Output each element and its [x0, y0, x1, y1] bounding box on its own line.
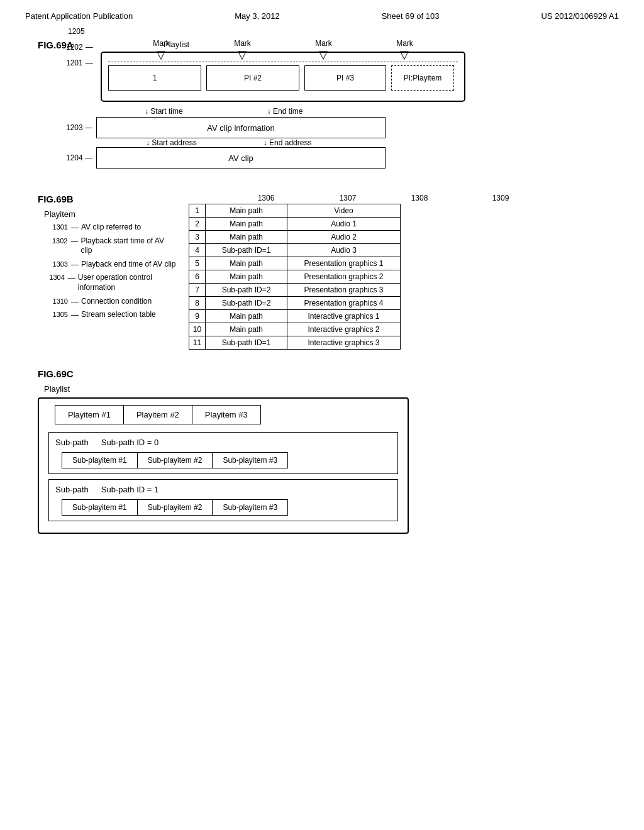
- stream-selection-table: 1Main pathVideo2Main pathAudio 13Main pa…: [189, 204, 401, 350]
- row-type: Presentation graphics 4: [287, 297, 401, 310]
- row-path: Sub-path ID=2: [206, 284, 287, 297]
- fig69c-playlist-label: Playlist: [44, 384, 606, 394]
- row-type: Presentation graphics 1: [287, 257, 401, 270]
- pf-ref-1302: 1302: [44, 236, 67, 245]
- subplayitem-1-2: Sub-playitem #3: [213, 499, 288, 516]
- playitem-fields: 1301—AV clip referred to1302—Playback st…: [44, 223, 176, 320]
- subpath-label-0: Sub-path: [55, 438, 89, 447]
- table-row: 9Main pathInteractive graphics 1: [189, 310, 401, 323]
- mark-4: Mark ▽: [396, 39, 413, 62]
- row-type: Interactive graphics 2: [287, 323, 401, 336]
- fig69b-left: FIG.69B Playitem 1301—AV clip referred t…: [38, 194, 176, 350]
- row-num: 6: [189, 270, 206, 284]
- row-num: 7: [189, 284, 206, 297]
- table-row: 7Sub-path ID=2Presentation graphics 3: [189, 284, 401, 297]
- av-clip-info-box: AV clip information: [96, 117, 386, 138]
- mark-2: Mark ▽: [234, 39, 251, 62]
- row-path: Main path: [206, 310, 287, 323]
- pf-arrow-1303: —: [71, 260, 79, 269]
- row-type: Presentation graphics 2: [287, 270, 401, 284]
- col-1306: 1306: [225, 194, 307, 202]
- mark-3: Mark ▽: [315, 39, 332, 62]
- table-row: 4Sub-path ID=1Audio 3: [189, 244, 401, 257]
- fig69c: FIG.69C Playlist Playitem #1 Playitem #2…: [38, 368, 606, 534]
- pi1-box: 1: [108, 65, 201, 91]
- table-row: 8Sub-path ID=2Presentation graphics 4: [189, 297, 401, 310]
- subpath-block-1: Sub-pathSub-path ID = 1Sub-playitem #1Su…: [48, 479, 398, 521]
- pf-row-1301: 1301—AV clip referred to: [44, 223, 176, 233]
- header-left: Patent Application Publication: [25, 11, 133, 21]
- content-area: FIG.69A Playlist Mark ▽ Mark ▽: [0, 27, 644, 546]
- table-row: 3Main pathAudio 2: [189, 231, 401, 244]
- pf-ref-1304: 1304: [44, 273, 65, 281]
- row-type: Audio 3: [287, 244, 401, 257]
- pf-ref-1303: 1303: [44, 260, 68, 268]
- fig69c-playlist-box: Playitem #1 Playitem #2 Playitem #3 Sub-…: [38, 397, 409, 534]
- ref-1204: 1204 —: [66, 153, 92, 162]
- subpath-block-0: Sub-pathSub-path ID = 0Sub-playitem #1Su…: [48, 432, 398, 474]
- playitem-1: Playitem #1: [55, 405, 124, 424]
- table-row: 11Sub-path ID=1Interactive graphics 3: [189, 336, 401, 350]
- subplayitem-0-0: Sub-playitem #1: [62, 452, 138, 468]
- subpath-blocks: Sub-pathSub-path ID = 0Sub-playitem #1Su…: [48, 432, 398, 521]
- page-header: Patent Application Publication May 3, 20…: [0, 0, 644, 27]
- pf-row-1302: 1302—Playback start time of AV clip: [44, 236, 176, 256]
- ref-1202: 1202—: [66, 43, 93, 52]
- subpath-header-1: Sub-pathSub-path ID = 1: [55, 485, 391, 494]
- subpath-id-label-0: Sub-path ID = 0: [101, 438, 158, 447]
- row-path: Main path: [206, 218, 287, 231]
- subplayitem-row-1: Sub-playitem #1Sub-playitem #2Sub-playit…: [62, 499, 391, 516]
- table-row: 5Main pathPresentation graphics 1: [189, 257, 401, 270]
- subplayitem-0-1: Sub-playitem #2: [138, 452, 213, 468]
- col-1309: 1309: [450, 194, 551, 202]
- row-num: 9: [189, 310, 206, 323]
- row-type: Interactive graphics 3: [287, 336, 401, 350]
- subplayitem-1-1: Sub-playitem #2: [138, 499, 213, 516]
- pf-label-1302: Playback start time of AV clip: [80, 236, 176, 256]
- row-path: Sub-path ID=1: [206, 336, 287, 350]
- pi-playitem-box: PI:Playitem: [391, 65, 454, 91]
- pf-row-1305: 1305—Stream selection table: [44, 310, 176, 320]
- pf-label-1303: Playback end time of AV clip: [81, 260, 176, 270]
- pf-ref-1310: 1310: [44, 297, 68, 305]
- row-type: Presentation graphics 3: [287, 284, 401, 297]
- pf-row-1310: 1310—Connection condition: [44, 297, 176, 307]
- row-num: 10: [189, 323, 206, 336]
- pf-label-1301: AV clip referred to: [81, 223, 141, 233]
- subplayitem-0-2: Sub-playitem #3: [213, 452, 288, 468]
- row-type: Audio 2: [287, 231, 401, 244]
- subplayitem-1-0: Sub-playitem #1: [62, 499, 138, 516]
- pf-arrow-1305: —: [71, 310, 79, 319]
- playitem-row: Playitem #1 Playitem #2 Playitem #3: [55, 405, 398, 424]
- subpath-label-1: Sub-path: [55, 485, 89, 494]
- pf-label-1310: Connection condition: [81, 297, 152, 307]
- row-path: Sub-path ID=1: [206, 244, 287, 257]
- stream-table: 1Main pathVideo2Main pathAudio 13Main pa…: [189, 204, 606, 350]
- pf-arrow-1310: —: [71, 297, 79, 306]
- table-row: 10Main pathInteractive graphics 2: [189, 323, 401, 336]
- row-type: Interactive graphics 1: [287, 310, 401, 323]
- row-num: 4: [189, 244, 206, 257]
- row-type: Video: [287, 204, 401, 218]
- fig69c-label: FIG.69C: [38, 368, 606, 379]
- pf-ref-1305: 1305: [44, 310, 68, 318]
- header-middle: May 3, 2012: [235, 11, 280, 21]
- end-addr-label: ↓ End address: [264, 138, 312, 147]
- subpath-id-label-1: Sub-path ID = 1: [101, 485, 158, 494]
- ref-1201: 1201—: [66, 58, 93, 67]
- pf-arrow-1304: —: [68, 273, 75, 282]
- pi3-box: PI #3: [304, 65, 386, 91]
- subplayitem-row-0: Sub-playitem #1Sub-playitem #2Sub-playit…: [62, 452, 391, 468]
- fig69a: FIG.69A Playlist Mark ▽ Mark ▽: [38, 40, 606, 169]
- row-num: 2: [189, 218, 206, 231]
- row-num: 5: [189, 257, 206, 270]
- row-path: Main path: [206, 270, 287, 284]
- fig69b-right: 1306 1307 1308 1309 1Main pathVideo2Main…: [189, 194, 606, 350]
- start-addr-label: ↓ Start address: [146, 138, 197, 147]
- row-num: 3: [189, 231, 206, 244]
- pf-arrow-1302: —: [70, 236, 78, 246]
- playitem-label: Playitem: [44, 209, 176, 219]
- pf-ref-1301: 1301: [44, 223, 68, 231]
- table-row: 1Main pathVideo: [189, 204, 401, 218]
- ref-1205: 1205: [68, 27, 85, 36]
